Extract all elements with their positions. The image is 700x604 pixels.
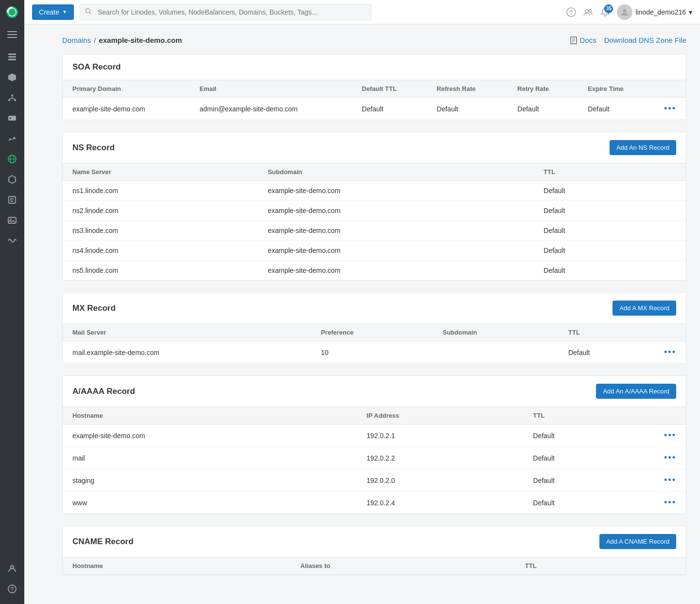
ns-col-actions <box>657 163 686 181</box>
mx-preference: 10 <box>311 341 433 364</box>
sidebar-item-volumes[interactable] <box>0 67 24 88</box>
aaaa-hostname: mail <box>63 447 357 469</box>
hamburger-menu[interactable] <box>0 24 24 45</box>
svg-point-6 <box>11 94 13 96</box>
docs-label: Docs <box>580 36 596 44</box>
topbar-right: ? 35 linode_demo216 ▾ <box>566 4 692 20</box>
ns-subdomain: example-site-demo.com <box>258 201 534 221</box>
soa-col-actions <box>654 80 686 98</box>
sidebar-item-kubernetes[interactable] <box>0 169 24 190</box>
ns-ttl: Default <box>534 261 657 281</box>
cname-col-ttl: TTL <box>515 557 657 575</box>
table-row: mail 192.0.2.2 Default ••• <box>63 447 686 469</box>
cname-col-actions <box>657 557 686 575</box>
sidebar: ? <box>0 0 24 604</box>
aaaa-hostname: staging <box>63 469 357 492</box>
breadcrumb-separator: / <box>94 36 96 44</box>
breadcrumb: Domains / example-site-demo.com Docs Dow… <box>62 36 686 44</box>
sidebar-item-account[interactable] <box>0 558 24 579</box>
svg-rect-3 <box>8 53 16 55</box>
search-input[interactable] <box>80 4 371 20</box>
create-button[interactable]: Create ▼ <box>32 4 74 20</box>
ns-record-table: Name Server Subdomain TTL ns1.linode.com… <box>63 163 686 280</box>
mx-row-menu[interactable]: ••• <box>664 347 676 357</box>
sidebar-item-activity[interactable] <box>0 231 24 251</box>
sidebar-item-longview[interactable] <box>0 128 24 149</box>
aaaa-hostname: example-site-demo.com <box>63 425 357 447</box>
search-bar <box>80 4 371 20</box>
svg-point-17 <box>11 566 14 568</box>
svg-rect-0 <box>7 31 17 32</box>
mx-mail-server: mail.example-site-demo.com <box>63 341 311 364</box>
add-cname-record-button[interactable]: Add A CNAME Record <box>599 534 676 549</box>
aaaa-hostname: www <box>63 492 357 514</box>
ns-name-server: ns4.linode.com <box>63 241 258 261</box>
aaaa-ip: 192.0.2.1 <box>357 425 523 447</box>
svg-point-10 <box>10 118 11 119</box>
aaaa-ttl: Default <box>524 447 655 469</box>
add-ns-record-button[interactable]: Add An NS Record <box>610 140 676 155</box>
ns-subdomain: example-site-demo.com <box>258 261 534 281</box>
mx-col-subdomain: Subdomain <box>433 324 559 341</box>
notifications-icon[interactable]: 35 <box>600 7 610 17</box>
add-mx-record-button[interactable]: Add A MX Record <box>612 301 676 316</box>
cname-record-table: Hostname Aliases to TTL <box>63 557 686 575</box>
table-row: staging 192.0.2.0 Default ••• <box>63 469 686 492</box>
ns-subdomain: example-site-demo.com <box>258 221 534 241</box>
soa-row-menu[interactable]: ••• <box>664 104 676 113</box>
topbar: Create ▼ ? 35 linode_demo216 ▾ <box>24 0 700 24</box>
add-aaaa-record-button[interactable]: Add An A/AAAA Record <box>596 384 676 399</box>
create-chevron: ▼ <box>62 9 67 15</box>
soa-col-refresh-rate: Refresh Rate <box>427 80 508 98</box>
table-row: ns4.linode.com example-site-demo.com Def… <box>63 241 686 261</box>
soa-record-section: SOA Record Primary Domain Email Default … <box>62 54 686 120</box>
aaaa-ttl: Default <box>524 492 655 514</box>
svg-rect-1 <box>7 34 17 35</box>
sidebar-item-linodes[interactable] <box>0 47 24 67</box>
download-dns-link[interactable]: Download DNS Zone File <box>604 36 686 44</box>
help-icon[interactable]: ? <box>566 7 576 17</box>
sidebar-item-nodebalancers[interactable] <box>0 88 24 108</box>
ns-subdomain: example-site-demo.com <box>258 181 534 201</box>
table-row: ns3.linode.com example-site-demo.com Def… <box>63 221 686 241</box>
svg-text:?: ? <box>570 9 573 16</box>
docs-link[interactable]: Docs <box>570 36 596 44</box>
community-icon[interactable] <box>583 7 594 18</box>
user-avatar <box>617 4 632 20</box>
mx-subdomain <box>433 341 559 364</box>
cname-col-hostname: Hostname <box>63 557 291 575</box>
soa-record-header: SOA Record <box>63 54 686 80</box>
main-content: Domains / example-site-demo.com Docs Dow… <box>49 24 700 604</box>
soa-record-title: SOA Record <box>72 62 121 72</box>
sidebar-item-help[interactable]: ? <box>0 579 24 599</box>
aaaa-col-actions <box>654 407 686 425</box>
sidebar-item-images[interactable] <box>0 210 24 231</box>
app-logo[interactable] <box>0 0 24 24</box>
table-row: www 192.0.2.4 Default ••• <box>63 492 686 514</box>
ns-ttl: Default <box>534 221 657 241</box>
ns-ttl: Default <box>534 181 657 201</box>
ns-name-server: ns3.linode.com <box>63 221 258 241</box>
soa-col-expire-time: Expire Time <box>578 80 654 98</box>
breadcrumb-parent[interactable]: Domains <box>62 36 91 44</box>
aaaa-record-title: A/AAAA Record <box>72 387 135 396</box>
soa-expire-time: Default <box>578 98 654 120</box>
aaaa-row-menu[interactable]: ••• <box>664 475 676 485</box>
aaaa-row-menu[interactable]: ••• <box>664 497 676 507</box>
soa-default-ttl: Default <box>352 98 427 120</box>
user-menu[interactable]: linode_demo216 ▾ <box>617 4 692 20</box>
sidebar-item-stackscripts[interactable] <box>0 190 24 210</box>
soa-col-default-ttl: Default TTL <box>352 80 427 98</box>
cname-record-title: CNAME Record <box>72 537 134 547</box>
aaaa-row-menu[interactable]: ••• <box>664 453 676 462</box>
ns-ttl: Default <box>534 201 657 221</box>
sidebar-item-objectstorage[interactable] <box>0 108 24 128</box>
table-row: ns2.linode.com example-site-demo.com Def… <box>63 201 686 221</box>
soa-col-primary-domain: Primary Domain <box>63 80 190 98</box>
svg-rect-5 <box>8 59 16 60</box>
mx-col-actions <box>654 324 686 341</box>
aaaa-row-menu[interactable]: ••• <box>664 430 676 440</box>
sidebar-item-domains[interactable] <box>0 149 24 169</box>
ns-subdomain: example-site-demo.com <box>258 241 534 261</box>
aaaa-ip: 192.0.2.0 <box>357 469 523 492</box>
